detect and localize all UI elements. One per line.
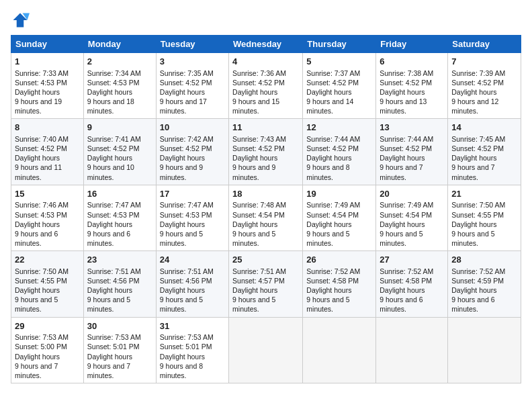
daylight-label: Daylight hours [15, 220, 60, 228]
daylight-value: 9 hours and 17 minutes. [160, 97, 207, 115]
sunrise-label: Sunrise: 7:33 AM [15, 69, 69, 77]
calendar-cell: 15 Sunrise: 7:46 AM Sunset: 4:53 PM Dayl… [11, 185, 84, 250]
sunrise-label: Sunrise: 7:42 AM [160, 135, 214, 143]
calendar-header-row: SundayMondayTuesdayWednesdayThursdayFrid… [11, 36, 521, 53]
day-number: 20 [380, 188, 444, 200]
sunrise-label: Sunrise: 7:52 AM [451, 267, 505, 275]
day-number: 3 [160, 56, 225, 68]
sunset-label: Sunset: 4:59 PM [451, 277, 504, 285]
sunset-label: Sunset: 4:53 PM [160, 211, 212, 219]
day-number: 14 [451, 122, 517, 134]
daylight-label: Daylight hours [160, 353, 205, 361]
sunrise-label: Sunrise: 7:47 AM [87, 201, 141, 209]
sunset-label: Sunset: 4:54 PM [380, 211, 432, 219]
sunset-label: Sunset: 4:58 PM [380, 277, 432, 285]
daylight-value: 9 hours and 6 minutes. [15, 230, 58, 247]
day-number: 29 [15, 320, 80, 332]
day-number: 10 [160, 122, 225, 134]
calendar-week-row: 1 Sunrise: 7:33 AM Sunset: 4:53 PM Dayli… [11, 53, 521, 119]
calendar-cell: 27 Sunrise: 7:52 AM Sunset: 4:58 PM Dayl… [376, 251, 448, 317]
daylight-value: 9 hours and 5 minutes. [15, 295, 58, 313]
sunrise-label: Sunrise: 7:35 AM [160, 69, 214, 77]
daylight-label: Daylight hours [306, 286, 351, 294]
calendar-cell: 30 Sunrise: 7:53 AM Sunset: 5:01 PM Dayl… [83, 317, 156, 383]
sunset-label: Sunset: 4:52 PM [160, 144, 212, 152]
day-number: 4 [232, 56, 299, 68]
day-number: 26 [306, 254, 372, 266]
logo [11, 11, 32, 30]
sunrise-label: Sunrise: 7:34 AM [87, 69, 141, 77]
calendar-cell: 24 Sunrise: 7:51 AM Sunset: 4:56 PM Dayl… [156, 251, 228, 317]
daylight-value: 9 hours and 19 minutes. [15, 97, 62, 115]
calendar-cell: 28 Sunrise: 7:52 AM Sunset: 4:59 PM Dayl… [448, 251, 521, 317]
daylight-value: 9 hours and 5 minutes. [306, 230, 349, 247]
calendar-cell: 13 Sunrise: 7:44 AM Sunset: 4:52 PM Dayl… [376, 119, 448, 185]
weekday-header: Friday [376, 36, 448, 53]
daylight-value: 9 hours and 12 minutes. [451, 97, 498, 115]
daylight-label: Daylight hours [87, 353, 132, 361]
sunset-label: Sunset: 4:54 PM [306, 211, 359, 219]
daylight-value: 9 hours and 7 minutes. [451, 163, 494, 181]
day-number: 6 [380, 56, 444, 68]
day-number: 17 [160, 188, 225, 200]
daylight-value: 9 hours and 15 minutes. [232, 97, 279, 115]
sunset-label: Sunset: 4:56 PM [160, 277, 212, 285]
daylight-value: 9 hours and 5 minutes. [160, 230, 203, 247]
calendar-cell: 23 Sunrise: 7:51 AM Sunset: 4:56 PM Dayl… [83, 251, 156, 317]
day-number: 1 [15, 56, 80, 68]
sunset-label: Sunset: 4:52 PM [380, 79, 432, 87]
sunset-label: Sunset: 4:56 PM [87, 277, 140, 285]
daylight-value: 9 hours and 5 minutes. [160, 295, 203, 313]
calendar-cell: 6 Sunrise: 7:38 AM Sunset: 4:52 PM Dayli… [376, 53, 448, 119]
day-number: 15 [15, 188, 80, 200]
calendar-table: SundayMondayTuesdayWednesdayThursdayFrid… [11, 35, 521, 383]
sunrise-label: Sunrise: 7:38 AM [380, 69, 433, 77]
sunrise-label: Sunrise: 7:46 AM [15, 201, 69, 209]
sunset-label: Sunset: 4:52 PM [306, 79, 359, 87]
weekday-header: Sunday [11, 36, 84, 53]
sunrise-label: Sunrise: 7:49 AM [380, 201, 433, 209]
calendar-cell [229, 317, 303, 383]
sunset-label: Sunset: 4:54 PM [232, 211, 285, 219]
daylight-value: 9 hours and 6 minutes. [380, 295, 423, 313]
daylight-label: Daylight hours [15, 353, 60, 361]
weekday-header: Saturday [448, 36, 521, 53]
daylight-label: Daylight hours [160, 286, 205, 294]
day-number: 11 [232, 122, 299, 134]
calendar-cell: 25 Sunrise: 7:51 AM Sunset: 4:57 PM Dayl… [229, 251, 303, 317]
calendar-cell: 17 Sunrise: 7:47 AM Sunset: 4:53 PM Dayl… [156, 185, 228, 250]
day-number: 16 [87, 188, 152, 200]
calendar-cell: 18 Sunrise: 7:48 AM Sunset: 4:54 PM Dayl… [229, 185, 303, 250]
calendar-cell: 14 Sunrise: 7:45 AM Sunset: 4:52 PM Dayl… [448, 119, 521, 185]
sunrise-label: Sunrise: 7:52 AM [306, 267, 360, 275]
calendar-week-row: 29 Sunrise: 7:53 AM Sunset: 5:00 PM Dayl… [11, 317, 521, 383]
day-number: 22 [15, 254, 80, 266]
daylight-label: Daylight hours [87, 286, 132, 294]
calendar-cell [448, 317, 521, 383]
daylight-value: 9 hours and 10 minutes. [87, 163, 134, 181]
sunrise-label: Sunrise: 7:51 AM [160, 267, 214, 275]
sunrise-label: Sunrise: 7:41 AM [87, 135, 141, 143]
daylight-label: Daylight hours [15, 154, 60, 162]
daylight-value: 9 hours and 11 minutes. [15, 163, 62, 181]
daylight-label: Daylight hours [160, 154, 205, 162]
daylight-label: Daylight hours [87, 220, 132, 228]
daylight-label: Daylight hours [451, 220, 496, 228]
day-number: 24 [160, 254, 225, 266]
sunrise-label: Sunrise: 7:49 AM [306, 201, 360, 209]
sunset-label: Sunset: 4:52 PM [232, 79, 285, 87]
day-number: 28 [451, 254, 517, 266]
sunset-label: Sunset: 4:53 PM [15, 211, 67, 219]
calendar-cell: 20 Sunrise: 7:49 AM Sunset: 4:54 PM Dayl… [376, 185, 448, 250]
daylight-label: Daylight hours [15, 88, 60, 96]
weekday-header: Wednesday [229, 36, 303, 53]
daylight-value: 9 hours and 14 minutes. [306, 97, 353, 115]
day-number: 13 [380, 122, 444, 134]
sunset-label: Sunset: 4:52 PM [232, 144, 285, 152]
daylight-value: 9 hours and 5 minutes. [451, 230, 494, 247]
sunrise-label: Sunrise: 7:45 AM [451, 135, 505, 143]
daylight-label: Daylight hours [160, 220, 205, 228]
sunrise-label: Sunrise: 7:48 AM [232, 201, 286, 209]
daylight-label: Daylight hours [232, 286, 277, 294]
daylight-value: 9 hours and 5 minutes. [232, 295, 275, 313]
